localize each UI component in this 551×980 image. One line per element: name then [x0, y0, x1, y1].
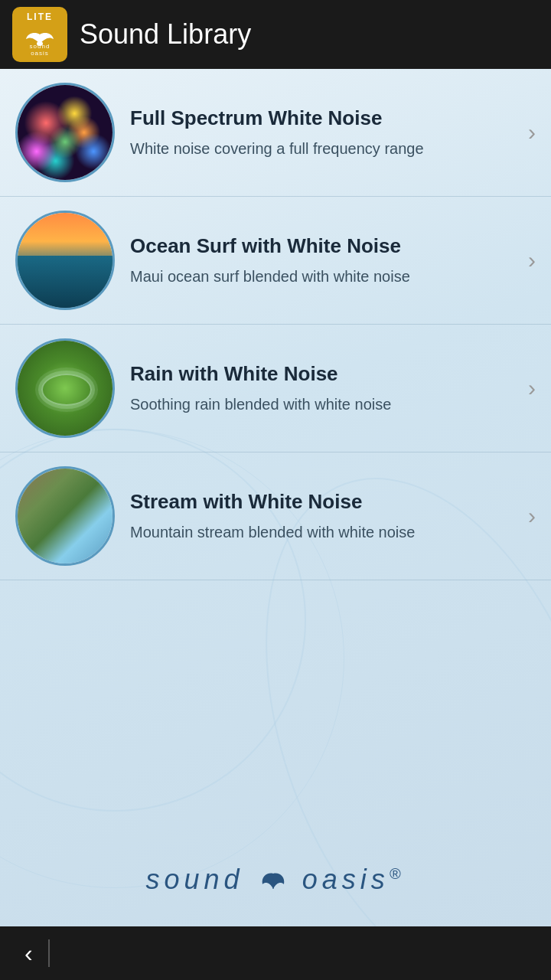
app-header: LITE sound oasis Sound Library — [0, 0, 551, 69]
item-title: Rain with White Noise — [130, 361, 505, 387]
app-logo: LITE sound oasis — [12, 7, 67, 62]
item-description: Mountain stream blended with white noise — [130, 521, 505, 543]
item-title: Full Spectrum White Noise — [130, 106, 505, 132]
list-item[interactable]: Rain with White Noise Soothing rain blen… — [0, 325, 551, 452]
item-title: Ocean Surf with White Noise — [130, 234, 505, 260]
page-title: Sound Library — [80, 18, 251, 51]
list-item[interactable]: Stream with White Noise Mountain stream … — [0, 452, 551, 580]
bottom-navigation: ‹ — [0, 926, 551, 980]
ocean-image — [18, 213, 112, 308]
main-content: Full Spectrum White Noise White noise co… — [0, 69, 551, 926]
item-thumbnail — [15, 338, 115, 438]
logo-brand-text: sound oasis — [12, 43, 67, 57]
item-thumbnail — [15, 83, 115, 182]
item-thumbnail — [15, 211, 115, 310]
item-text-area: Full Spectrum White Noise White noise co… — [115, 106, 520, 159]
item-thumbnail — [15, 466, 115, 566]
chevron-right-icon: › — [528, 375, 536, 401]
brand-leaf-icon — [259, 871, 287, 892]
item-text-area: Ocean Surf with White Noise Maui ocean s… — [115, 234, 520, 287]
item-description: White noise covering a full frequency ra… — [130, 138, 505, 159]
item-description: Soothing rain blended with white noise — [130, 394, 505, 415]
item-title: Stream with White Noise — [130, 489, 505, 515]
bokeh-image — [18, 85, 112, 180]
item-text-area: Rain with White Noise Soothing rain blen… — [115, 361, 520, 415]
list-item[interactable]: Ocean Surf with White Noise Maui ocean s… — [0, 197, 551, 325]
nav-divider — [48, 939, 50, 967]
brand-watermark: sound oasis® — [0, 864, 551, 896]
back-button[interactable]: ‹ — [18, 933, 39, 974]
item-text-area: Stream with White Noise Mountain stream … — [115, 489, 520, 543]
item-description: Maui ocean surf blended with white noise — [130, 266, 505, 287]
stream-image — [18, 469, 112, 564]
logo-lite-text: LITE — [12, 11, 67, 22]
sound-list: Full Spectrum White Noise White noise co… — [0, 69, 551, 580]
brand-name: sound oasis® — [146, 864, 406, 896]
chevron-right-icon: › — [528, 119, 536, 145]
chevron-right-icon: › — [528, 247, 536, 273]
rain-image — [18, 341, 112, 436]
chevron-right-icon: › — [528, 503, 536, 529]
list-item[interactable]: Full Spectrum White Noise White noise co… — [0, 69, 551, 197]
